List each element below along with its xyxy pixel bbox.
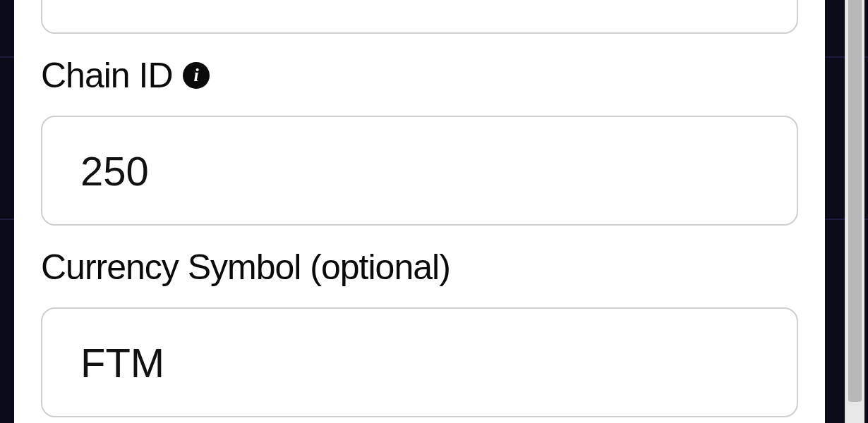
chain-id-label-text: Chain ID bbox=[41, 55, 173, 96]
currency-symbol-group: Currency Symbol (optional) bbox=[41, 247, 798, 417]
currency-symbol-label: Currency Symbol (optional) bbox=[41, 247, 798, 288]
scrollbar-thumb[interactable] bbox=[848, 0, 862, 402]
previous-field-input[interactable] bbox=[41, 0, 798, 34]
modal-body: Chain ID i Currency Symbol (optional) bbox=[14, 0, 825, 423]
network-form-modal: Chain ID i Currency Symbol (optional) bbox=[14, 0, 864, 423]
chain-id-label: Chain ID i bbox=[41, 55, 798, 96]
info-icon[interactable]: i bbox=[183, 62, 210, 89]
chain-id-input[interactable] bbox=[41, 116, 798, 226]
currency-symbol-input[interactable] bbox=[41, 307, 798, 417]
previous-field-group bbox=[41, 0, 798, 34]
currency-symbol-label-text: Currency Symbol (optional) bbox=[41, 247, 450, 288]
chain-id-group: Chain ID i bbox=[41, 55, 798, 226]
scrollbar-track[interactable] bbox=[845, 0, 864, 423]
